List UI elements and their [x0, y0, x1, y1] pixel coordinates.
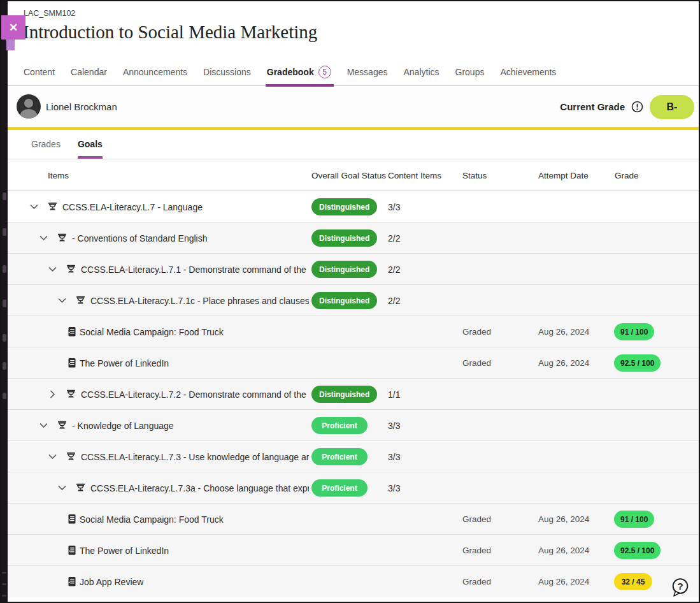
- trophy-icon: [66, 264, 76, 277]
- avatar: [17, 94, 41, 119]
- nav-item-announcements[interactable]: Announcements: [123, 59, 187, 86]
- column-header-items: Items: [48, 160, 69, 191]
- content-item-row: Social Media Campaign: Food TruckGradedA…: [1, 316, 699, 347]
- goal-label: CCSS.ELA-Literacy.L.7.1c - Place phrases…: [90, 285, 309, 316]
- nav-item-label: Discussions: [203, 67, 251, 77]
- chevron-down-icon[interactable]: [48, 265, 57, 277]
- chevron-down-icon[interactable]: [48, 452, 57, 464]
- nav-item-calendar[interactable]: Calendar: [71, 59, 107, 86]
- nav-item-messages[interactable]: Messages: [347, 59, 388, 86]
- nav-item-label: Analytics: [403, 67, 439, 77]
- grade-pill[interactable]: 32 / 45: [614, 573, 652, 590]
- goal-status-badge: Proficient: [311, 479, 368, 497]
- content-item-label[interactable]: Social Media Campaign: Food Truck: [80, 316, 224, 347]
- nav-item-discussions[interactable]: Discussions: [203, 59, 251, 86]
- content-items-count: 2/2: [388, 254, 400, 285]
- goal-row: CCSS.ELA-Literacy.L.7.3 - Use knowledge …: [1, 441, 699, 472]
- column-header-grade: Grade: [615, 160, 639, 191]
- trophy-icon: [47, 201, 58, 215]
- course-code: LAC_SMM102: [24, 9, 75, 18]
- nav-item-gradebook[interactable]: Gradebook5: [267, 59, 331, 86]
- attempt-date-value: Aug 26, 2024: [538, 316, 589, 347]
- trophy-icon: [57, 233, 68, 246]
- content-item-row: Job App ReviewGradedAug 26, 202432 / 45: [1, 566, 699, 597]
- goal-label: CCSS.ELA-Literacy.L.7 - Language: [62, 191, 203, 222]
- student-bar: Lionel Brockman Current Grade B-: [1, 87, 699, 127]
- content-items-count: 3/3: [388, 441, 400, 472]
- page-title: Introduction to Social Media Marketing: [23, 22, 317, 43]
- tab-goals[interactable]: Goals: [78, 129, 103, 159]
- trophy-icon: [57, 420, 68, 433]
- document-icon: [68, 514, 76, 527]
- info-circle-icon[interactable]: [631, 101, 643, 113]
- content-item-row: Social Media Campaign: Food TruckGradedA…: [1, 504, 699, 535]
- goal-label: - Conventions of Standard English: [72, 222, 207, 254]
- chevron-right-icon[interactable]: [48, 389, 57, 402]
- student-name: Lionel Brockman: [46, 87, 117, 127]
- document-icon: [68, 576, 76, 590]
- goal-status-badge: Distinguished: [311, 386, 377, 403]
- chevron-down-icon[interactable]: [39, 421, 48, 433]
- help-bubble-icon[interactable]: ?: [669, 576, 690, 599]
- status-value: Graded: [462, 347, 491, 379]
- tab-grades[interactable]: Grades: [31, 129, 61, 159]
- grade-pill[interactable]: 91 / 100: [614, 323, 654, 340]
- goal-status-badge: Distinguished: [311, 261, 377, 278]
- svg-text:?: ?: [677, 581, 683, 592]
- nav-item-analytics[interactable]: Analytics: [403, 59, 439, 86]
- content-items-count: 2/2: [388, 285, 400, 316]
- chevron-down-icon[interactable]: [29, 202, 39, 214]
- document-icon: [68, 326, 76, 340]
- table-header: ItemsOverall Goal StatusContent ItemsSta…: [1, 160, 699, 191]
- goal-status-badge: Proficient: [311, 417, 368, 434]
- content-item-label[interactable]: Social Media Campaign: Food Truck: [80, 504, 224, 535]
- attempt-date-value: Aug 26, 2024: [538, 347, 589, 379]
- column-header-status: Status: [462, 160, 487, 191]
- current-grade-pill[interactable]: B-: [650, 95, 694, 119]
- chevron-down-icon[interactable]: [57, 483, 67, 495]
- goal-label: CCSS.ELA-Literacy.L.7.3 - Use knowledge …: [81, 441, 309, 472]
- nav-item-content[interactable]: Content: [24, 59, 55, 86]
- trophy-icon: [75, 295, 86, 309]
- status-value: Graded: [462, 316, 491, 347]
- goal-label: - Knowledge of Language: [72, 410, 174, 441]
- student-tabs: GradesGoals: [1, 130, 699, 159]
- goal-status-badge: Proficient: [311, 448, 368, 465]
- content-items-count: 3/3: [388, 410, 400, 441]
- grade-pill[interactable]: 92.5 / 100: [614, 354, 661, 372]
- close-panel-button[interactable]: ✕: [1, 15, 25, 40]
- column-header-content-items: Content Items: [388, 160, 441, 191]
- goal-row: - Conventions of Standard EnglishDisting…: [1, 222, 699, 254]
- trophy-icon: [66, 389, 76, 402]
- chevron-down-icon[interactable]: [39, 233, 48, 245]
- goal-row: CCSS.ELA-Literacy.L.7.1 - Demonstrate co…: [1, 254, 699, 285]
- goal-row: CCSS.ELA-Literacy.L.7 - LanguageDistingu…: [1, 191, 699, 222]
- nav-item-achievements[interactable]: Achievements: [500, 59, 556, 86]
- goal-row: CCSS.ELA-Literacy.L.7.3a - Choose langua…: [1, 472, 699, 504]
- current-grade-label: Current Grade: [560, 101, 625, 112]
- content-items-count: 1/1: [388, 379, 400, 410]
- grade-pill[interactable]: 91 / 100: [614, 511, 654, 528]
- content-items-count: 2/2: [388, 222, 400, 254]
- nav-item-label: Groups: [455, 67, 485, 77]
- goal-label: CCSS.ELA-Literacy.L.7.3a - Choose langua…: [90, 472, 309, 504]
- trophy-icon: [75, 483, 86, 496]
- content-item-label[interactable]: The Power of LinkedIn: [80, 347, 169, 379]
- status-value: Graded: [462, 504, 491, 535]
- chevron-down-icon[interactable]: [57, 296, 67, 308]
- grade-pill[interactable]: 92.5 / 100: [614, 542, 661, 559]
- document-icon: [68, 545, 76, 558]
- goal-label: CCSS.ELA-Literacy.L.7.1 - Demonstrate co…: [81, 254, 309, 285]
- content-item-label[interactable]: Job App Review: [80, 566, 143, 597]
- goals-table: CCSS.ELA-Literacy.L.7 - LanguageDistingu…: [1, 191, 699, 597]
- attempt-date-value: Aug 26, 2024: [538, 535, 589, 566]
- attempt-date-value: Aug 26, 2024: [538, 566, 589, 597]
- nav-item-label: Gradebook: [267, 67, 314, 77]
- goal-row: - Knowledge of LanguageProficient3/3: [1, 410, 699, 441]
- goal-label: CCSS.ELA-Literacy.L.7.2 - Demonstrate co…: [81, 379, 309, 410]
- gradebook-student-panel: ✕ LAC_SMM102 Introduction to Social Medi…: [0, 0, 700, 603]
- content-item-label[interactable]: The Power of LinkedIn: [80, 535, 169, 566]
- nav-item-groups[interactable]: Groups: [455, 59, 485, 86]
- gradebook-count-badge: 5: [318, 66, 331, 78]
- status-value: Graded: [462, 535, 491, 566]
